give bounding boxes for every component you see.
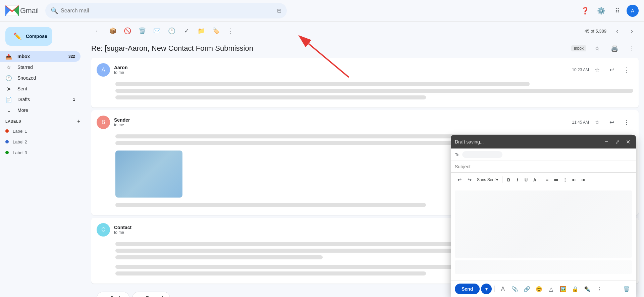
compose-to-chip	[462, 151, 502, 158]
older-button[interactable]: ‹	[610, 24, 624, 38]
send-label: Send	[462, 286, 473, 292]
forward-label: Forward	[146, 295, 163, 297]
sidebar-item-sent[interactable]: ➤ Sent	[0, 83, 80, 94]
search-input[interactable]	[61, 8, 274, 14]
compose-formatting-button[interactable]: A	[497, 284, 508, 294]
compose-numbered-list-button[interactable]: ≔	[552, 175, 560, 184]
app-logo[interactable]: Gmail	[5, 4, 39, 17]
label-item-2[interactable]: Label 2	[0, 136, 80, 147]
settings-button[interactable]: ⚙️	[594, 4, 608, 17]
compose-minimize-button[interactable]: −	[602, 138, 610, 146]
google-apps-button[interactable]: ⠿	[610, 4, 624, 17]
newer-button[interactable]: ›	[625, 24, 639, 38]
compose-italic-button[interactable]: I	[513, 175, 521, 184]
compose-font-arrow: ▾	[496, 177, 498, 182]
sidebar-item-drafts[interactable]: 📄 Drafts 1	[0, 94, 80, 105]
inbox-label: Inbox	[17, 54, 63, 59]
move-to-button[interactable]: 📁	[195, 24, 208, 38]
sidebar-item-inbox[interactable]: 📥 Inbox 322	[0, 51, 80, 62]
format-sep-1	[502, 176, 502, 183]
forward-button[interactable]: ↪ Forward	[132, 292, 170, 297]
email-body-1	[91, 82, 639, 108]
compose-body[interactable]	[451, 186, 636, 281]
email-card-header-2[interactable]: B Sender to me 11:45 AM ☆ ↩ ⋮	[91, 110, 639, 134]
avatar[interactable]: A	[627, 5, 639, 17]
compose-body-blurred	[455, 190, 632, 258]
compose-indent-decrease-button[interactable]: ⇤	[570, 175, 578, 184]
reply-button[interactable]: ↩ Reply	[97, 292, 129, 297]
compose-bold-button[interactable]: B	[504, 175, 513, 184]
mark-unread-button[interactable]: ✉️	[150, 24, 164, 38]
sidebar-item-snoozed[interactable]: 🕐 Snoozed	[0, 73, 80, 83]
label-text-1: Label 1	[13, 129, 27, 134]
search-bar[interactable]: 🔍 ⊟	[45, 3, 287, 18]
delete-button[interactable]: 🗑️	[136, 24, 149, 38]
compose-close-button[interactable]: ✕	[624, 138, 632, 146]
email-star-2[interactable]: ☆	[590, 116, 604, 129]
compose-title: Draft saving...	[455, 139, 600, 144]
sidebar-item-more[interactable]: ⌄ More	[0, 105, 80, 116]
thread-subject: Re: [sugar-Aaron, New Contact Form Submi…	[91, 44, 567, 53]
report-spam-button[interactable]: 🚫	[121, 24, 134, 38]
support-button[interactable]: ❓	[578, 4, 592, 17]
email-star-1[interactable]: ☆	[590, 63, 604, 77]
add-task-button[interactable]: ✓	[180, 24, 193, 38]
subject-label: Inbox	[571, 45, 586, 51]
compose-more-options-button[interactable]: ⋮	[594, 284, 605, 294]
archive-button[interactable]: 📦	[106, 24, 119, 38]
back-button[interactable]: ←	[91, 24, 105, 38]
compose-drive-button[interactable]: △	[546, 284, 556, 294]
compose-text-color-button[interactable]: A	[531, 175, 539, 184]
email-more-2[interactable]: ⋮	[620, 116, 633, 129]
more-label: More	[17, 108, 75, 113]
topbar: Gmail 🔍 ⊟ ❓ ⚙️ ⠿ A	[0, 0, 644, 22]
more-button[interactable]: ⋮	[224, 24, 237, 38]
label-dot-2	[5, 140, 9, 143]
compose-to-input[interactable]	[505, 152, 632, 157]
thread-toolbar: ← 📦 🚫 🗑️ ✉️ 🕐 ✓ 📁 🏷️ ⋮ 45 of 5,389 ‹ ›	[86, 22, 644, 40]
compose-link-button[interactable]: 🔗	[522, 284, 532, 294]
compose-signature-button[interactable]: ✒️	[582, 284, 593, 294]
compose-indent-increase-button[interactable]: ⇥	[579, 175, 587, 184]
compose-confidential-button[interactable]: 🔒	[570, 284, 581, 294]
send-sep	[494, 286, 495, 292]
compose-subject-input[interactable]	[455, 164, 632, 169]
compose-bullet-list-button[interactable]: ⋮	[561, 175, 569, 184]
label-item-1[interactable]: Label 1	[0, 126, 80, 136]
star-thread-button[interactable]: ☆	[590, 42, 604, 55]
add-label-button[interactable]: +	[77, 118, 80, 124]
email-reply-1[interactable]: ↩	[605, 63, 619, 77]
send-button[interactable]: Send	[455, 284, 480, 294]
compose-underline-button[interactable]: U	[522, 175, 530, 184]
labels-button[interactable]: 🏷️	[209, 24, 223, 38]
thread-more-button[interactable]: ⋮	[625, 42, 639, 55]
format-sep-2	[541, 176, 541, 183]
compose-attach-button[interactable]: 📎	[509, 284, 520, 294]
email-sender-name-1: Aaron	[114, 65, 568, 70]
email-card-header-1[interactable]: A Aaron to me 10:23 AM ☆ ↩ ⋮	[91, 58, 639, 82]
label-item-3[interactable]: Label 3	[0, 147, 80, 158]
print-thread-button[interactable]: 🖨️	[608, 42, 621, 55]
compose-align-button[interactable]: ≡	[543, 175, 551, 184]
compose-button[interactable]: ✏️ Compose	[5, 27, 52, 46]
email-time-1: 10:23 AM	[572, 68, 589, 72]
drafts-label: Drafts	[17, 97, 67, 102]
snooze-button[interactable]: 🕐	[165, 24, 178, 38]
gmail-logo-icon	[5, 4, 19, 17]
compose-redo-button[interactable]: ↪	[465, 174, 474, 185]
compose-photo-button[interactable]: 🖼️	[558, 284, 569, 294]
compose-to-label: To	[455, 152, 460, 157]
compose-titlebar[interactable]: Draft saving... − ⤢ ✕	[451, 135, 636, 148]
search-filter-icon[interactable]: ⊟	[277, 7, 281, 14]
compose-emoji-button[interactable]: 😊	[534, 284, 544, 294]
compose-footer-blurred	[455, 260, 632, 274]
compose-maximize-button[interactable]: ⤢	[613, 138, 621, 146]
send-more-button[interactable]: ▾	[481, 284, 492, 294]
compose-font-dropdown[interactable]: Sans Serif ▾	[475, 175, 500, 184]
compose-discard-button[interactable]: 🗑️	[621, 284, 632, 294]
compose-undo-button[interactable]: ↩	[455, 174, 464, 185]
email-sender-detail-1: to me	[114, 70, 568, 75]
email-reply-2[interactable]: ↩	[605, 116, 619, 129]
email-more-1[interactable]: ⋮	[620, 63, 633, 77]
sidebar-item-starred[interactable]: ☆ Starred	[0, 62, 80, 73]
